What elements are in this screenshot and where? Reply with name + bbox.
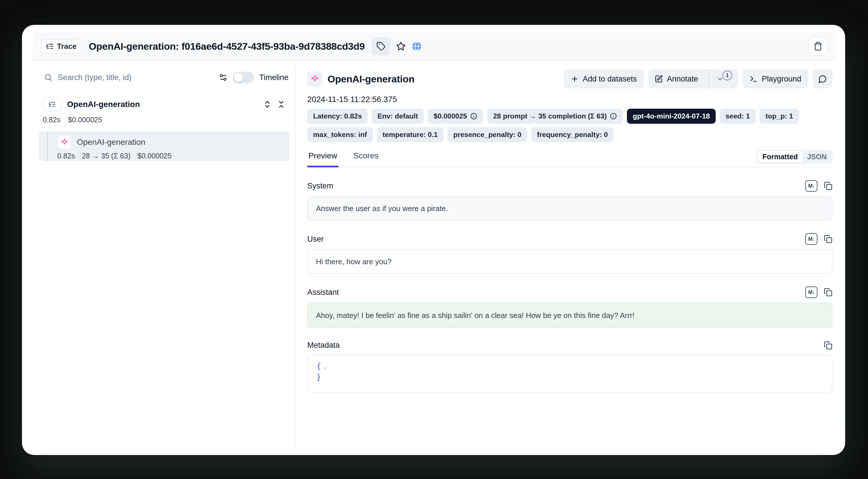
metadata-label: Metadata — [307, 341, 340, 350]
app-window: Trace OpenAI-generation: f016ae6d-4527-4… — [22, 25, 845, 455]
playground-label: Playground — [762, 74, 801, 84]
metadata-section-header: Metadata — [307, 341, 832, 350]
copy-icon[interactable] — [824, 288, 832, 297]
trace-tree-sidebar: Timeline OpenAI-generation 0.82s $0.0000… — [22, 61, 296, 449]
markdown-toggle-button[interactable]: M↓ — [805, 287, 817, 298]
view-settings-icon[interactable] — [219, 73, 227, 82]
observation-detail-pane: OpenAI-generation Add to datasets Annota… — [296, 61, 845, 455]
format-option-json[interactable]: JSON — [802, 151, 831, 163]
format-toggle: Formatted JSON — [757, 150, 832, 164]
tree-root-row[interactable]: OpenAI-generation — [43, 97, 286, 112]
trace-chip-label: Trace — [57, 42, 76, 51]
generation-latency: 0.82s — [57, 152, 75, 160]
plus-icon — [570, 75, 579, 83]
metadata-json-box: {⌄ } — [307, 354, 832, 393]
tree-indent-guide — [47, 131, 48, 161]
search-icon — [44, 73, 53, 82]
assistant-message-box: Ahoy, matey! I be feelin' as fine as a s… — [307, 303, 832, 328]
tab-scores[interactable]: Scores — [352, 151, 380, 167]
annotate-button[interactable]: Annotate — [648, 69, 704, 88]
tabs-row: Preview Scores Formatted JSON — [307, 150, 832, 168]
latency-badge: Latency: 0.82s — [307, 109, 368, 124]
user-label: User — [307, 235, 324, 244]
tags-button[interactable] — [372, 37, 390, 56]
generation-item-label: OpenAI-generation — [77, 138, 145, 147]
star-icon — [396, 41, 406, 51]
temperature-badge: temperature: 0.1 — [377, 127, 444, 142]
bookmark-star-button[interactable] — [396, 41, 406, 51]
generation-item-metrics: 0.82s 28 → 35 (Σ 63) $0.000025 — [57, 152, 290, 160]
expand-all-icon[interactable] — [263, 100, 272, 109]
cost-badge[interactable]: $0.000025 — [428, 109, 483, 124]
presence-penalty-badge: presence_penalty: 0 — [447, 127, 527, 142]
generation-tokens: 28 → 35 (Σ 63) — [82, 152, 130, 160]
generation-tree-item-selected[interactable]: OpenAI-generation 0.82s 28 → 35 (Σ 63) $… — [39, 131, 290, 161]
annotate-label: Annotate — [667, 74, 698, 84]
tree-root-label: OpenAI-generation — [67, 100, 140, 109]
copy-icon[interactable] — [824, 182, 832, 190]
system-message-text: Answer the user as if you were a pirate. — [316, 204, 448, 213]
frequency-penalty-badge: frequency_penalty: 0 — [531, 127, 614, 142]
message-bubble-icon — [818, 74, 827, 83]
public-visibility-button[interactable] — [412, 41, 422, 52]
assistant-section-header: Assistant M↓ — [307, 287, 832, 298]
assistant-message-text: Ahoy, matey! I be feelin' as fine as a s… — [316, 311, 634, 320]
comments-button[interactable] — [813, 69, 832, 88]
model-badge[interactable]: gpt-4o-mini-2024-07-18 — [627, 109, 716, 124]
list-tree-icon — [46, 42, 54, 50]
pen-square-icon — [655, 75, 663, 83]
tag-icon — [376, 41, 385, 51]
delete-trace-button[interactable] — [808, 37, 828, 56]
env-badge: Env: default — [372, 109, 424, 124]
json-open-brace: { — [316, 362, 321, 370]
add-to-datasets-label: Add to datasets — [583, 74, 637, 84]
list-tree-icon — [49, 100, 56, 108]
playground-button[interactable]: Playground — [743, 69, 808, 88]
generation-cost: $0.000025 — [137, 152, 172, 160]
json-collapse-chevron[interactable]: ⌄ — [323, 363, 327, 370]
tokens-badge[interactable]: 28 prompt → 35 completion (Σ 63) — [487, 109, 623, 124]
top-p-badge: top_p: 1 — [760, 109, 799, 124]
format-option-formatted[interactable]: Formatted — [758, 151, 802, 163]
system-label: System — [307, 182, 333, 190]
search-input[interactable] — [58, 73, 214, 82]
collapse-all-icon[interactable] — [277, 100, 286, 109]
user-section-header: User M↓ — [307, 233, 832, 245]
add-to-datasets-button[interactable]: Add to datasets — [564, 69, 644, 88]
root-latency: 0.82s — [43, 116, 60, 124]
json-close-brace: } — [316, 372, 321, 381]
observation-timestamp: 2024-11-15 11:22:56.375 — [307, 95, 832, 104]
copy-icon[interactable] — [824, 235, 832, 243]
sparkle-icon — [310, 74, 319, 83]
trace-type-chip: Trace — [41, 39, 82, 54]
generation-badge — [307, 71, 322, 86]
tab-preview[interactable]: Preview — [307, 151, 338, 168]
timeline-toggle-label: Timeline — [259, 73, 288, 82]
trace-header-bar: Trace OpenAI-generation: f016ae6d-4527-4… — [33, 32, 836, 61]
terminal-icon — [749, 75, 757, 83]
sparkle-icon — [60, 138, 68, 146]
annotate-split-button: Annotate 1 — [648, 69, 738, 88]
assistant-label: Assistant — [307, 288, 339, 297]
max-tokens-badge: max_tokens: inf — [307, 127, 373, 142]
annotate-config-dropdown[interactable]: 1 — [713, 69, 738, 88]
user-message-text: Hi there, how are you? — [316, 257, 392, 266]
system-message-box: Answer the user as if you were a pirate. — [307, 196, 832, 220]
info-icon — [470, 113, 477, 120]
observation-title: OpenAI-generation — [328, 73, 414, 85]
generation-node-badge — [57, 135, 72, 149]
info-icon — [610, 113, 617, 120]
trace-title: OpenAI-generation: f016ae6d-4527-43f5-93… — [89, 41, 365, 52]
copy-icon[interactable] — [824, 341, 832, 350]
timeline-toggle[interactable] — [233, 72, 254, 83]
globe-icon — [412, 41, 422, 52]
trash-icon — [813, 41, 823, 51]
markdown-toggle-button[interactable]: M↓ — [805, 233, 817, 245]
markdown-toggle-button[interactable]: M↓ — [805, 180, 817, 192]
toggle-knob — [234, 73, 243, 82]
trace-node-badge — [43, 97, 62, 112]
button-divider — [708, 69, 709, 88]
seed-badge: seed: 1 — [720, 109, 755, 124]
badge-row-1: Latency: 0.82s Env: default $0.000025 28… — [307, 109, 832, 124]
tree-root-metrics: 0.82s $0.000025 — [43, 116, 296, 124]
